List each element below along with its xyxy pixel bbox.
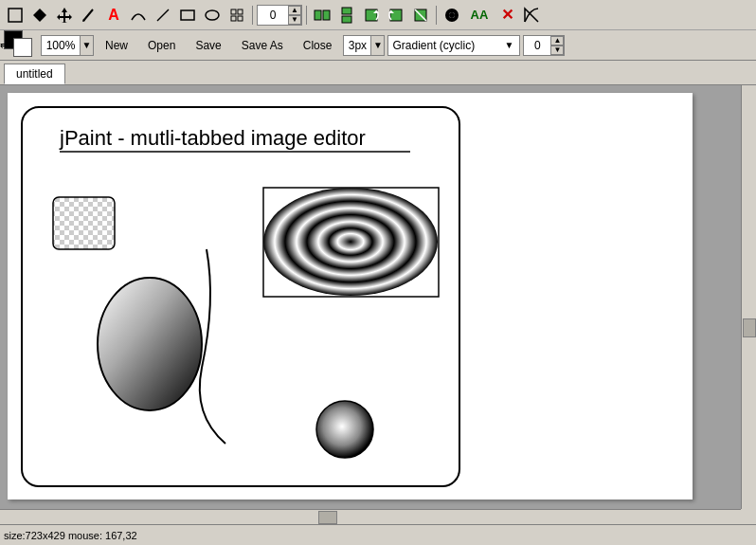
brush-dropdown-arrow: ▼ bbox=[502, 40, 515, 50]
new-button[interactable]: New bbox=[97, 34, 136, 57]
stamp-tool[interactable] bbox=[225, 4, 248, 27]
save-button[interactable]: Save bbox=[187, 34, 229, 57]
sep2 bbox=[306, 6, 307, 25]
color-secondary[interactable] bbox=[13, 38, 32, 57]
canvas-area: jPaint - mutli-tabbed image editor bbox=[0, 85, 756, 524]
toolbar-tools: A 0 ▲ ▼ bbox=[0, 0, 756, 30]
main-canvas[interactable]: jPaint - mutli-tabbed image editor bbox=[8, 93, 693, 500]
canvas-scroll[interactable]: jPaint - mutli-tabbed image editor bbox=[0, 85, 756, 524]
line-tool[interactable] bbox=[152, 4, 174, 27]
svg-rect-14 bbox=[342, 8, 351, 14]
swap-colors[interactable]: ⇄ bbox=[0, 40, 8, 50]
tab-bar: untitled bbox=[0, 61, 756, 85]
svg-point-36 bbox=[98, 278, 202, 410]
rotation-up[interactable]: ▲ bbox=[288, 6, 301, 15]
spinner2-input[interactable]: 0 bbox=[524, 36, 550, 55]
svg-line-5 bbox=[157, 9, 169, 21]
svg-marker-1 bbox=[33, 9, 46, 22]
ellipse-tool[interactable] bbox=[201, 4, 224, 27]
sep3 bbox=[436, 6, 437, 25]
tab-label: untitled bbox=[16, 67, 53, 81]
close-button[interactable]: Close bbox=[295, 34, 341, 57]
rotation-input[interactable]: 0 bbox=[258, 6, 288, 25]
svg-rect-10 bbox=[231, 16, 236, 21]
open-button[interactable]: Open bbox=[139, 34, 184, 57]
svg-text:jPaint - mutli-tabbed image ed: jPaint - mutli-tabbed image editor bbox=[59, 126, 366, 150]
svg-point-38 bbox=[263, 188, 438, 296]
scrollbar-bottom-thumb[interactable] bbox=[318, 511, 337, 524]
flip-h-button[interactable] bbox=[311, 4, 333, 27]
toolbar-actions: ⇄ 100% ▼ New Open Save Save As Close 3px… bbox=[0, 30, 756, 61]
brush-type-select[interactable]: Gradient (cyclic) ▼ bbox=[387, 35, 520, 56]
svg-line-3 bbox=[83, 9, 93, 21]
rotation-spinner[interactable]: 0 ▲ ▼ bbox=[257, 5, 302, 26]
text-size-tool[interactable]: AA bbox=[465, 4, 494, 27]
svg-point-24 bbox=[449, 12, 455, 18]
scrollbar-bottom[interactable] bbox=[0, 509, 741, 524]
pencil-tool[interactable] bbox=[78, 4, 100, 27]
zoom-input[interactable]: 100% bbox=[42, 36, 80, 55]
color-fill-tool[interactable] bbox=[441, 4, 463, 27]
color-pair: ⇄ bbox=[4, 28, 38, 63]
curve-tool[interactable] bbox=[127, 4, 150, 27]
rotation-down[interactable]: ▼ bbox=[288, 15, 301, 25]
rotate-cw-button[interactable] bbox=[360, 4, 383, 27]
zoom-dropdown[interactable]: ▼ bbox=[80, 36, 93, 55]
canvas-wrapper[interactable]: jPaint - mutli-tabbed image editor bbox=[8, 93, 693, 500]
spinner2-up[interactable]: ▲ bbox=[550, 36, 564, 45]
svg-marker-2 bbox=[57, 8, 72, 23]
spinner2-control[interactable]: 0 ▲ ▼ bbox=[523, 35, 565, 56]
rect-tool[interactable] bbox=[176, 4, 199, 27]
status-text: size:723x429 mouse: 167,32 bbox=[4, 530, 137, 541]
svg-rect-8 bbox=[231, 9, 236, 14]
move-tool[interactable] bbox=[53, 4, 76, 27]
sep1 bbox=[252, 6, 253, 25]
diamond-tool[interactable] bbox=[28, 4, 51, 27]
svg-rect-13 bbox=[323, 10, 330, 20]
flip-v-button[interactable] bbox=[335, 4, 358, 27]
stroke-input[interactable]: 3px bbox=[344, 36, 370, 55]
scrollbar-right-thumb[interactable] bbox=[743, 318, 756, 337]
text-tool[interactable]: A bbox=[102, 4, 125, 27]
scrollbar-right[interactable] bbox=[741, 85, 756, 509]
brush-type-label: Gradient (cyclic) bbox=[392, 39, 502, 52]
svg-rect-15 bbox=[342, 16, 351, 23]
clear-button[interactable]: ✕ bbox=[495, 4, 518, 27]
zoom-control[interactable]: 100% ▼ bbox=[41, 35, 94, 56]
svg-rect-11 bbox=[238, 16, 243, 21]
scrollbar-corner bbox=[741, 509, 756, 524]
resize-button[interactable] bbox=[409, 4, 432, 27]
corner-tool[interactable] bbox=[520, 4, 543, 27]
stroke-control[interactable]: 3px ▼ bbox=[343, 35, 385, 56]
spinner2-down[interactable]: ▼ bbox=[550, 45, 564, 55]
rotate-ccw-button[interactable] bbox=[385, 4, 407, 27]
svg-rect-12 bbox=[315, 10, 321, 20]
tab-untitled[interactable]: untitled bbox=[4, 64, 65, 84]
save-as-button[interactable]: Save As bbox=[233, 34, 292, 57]
svg-rect-9 bbox=[238, 9, 243, 14]
svg-rect-35 bbox=[53, 197, 115, 249]
selection-tool[interactable] bbox=[4, 4, 27, 27]
svg-rect-0 bbox=[9, 9, 22, 22]
svg-point-39 bbox=[316, 401, 373, 458]
svg-point-7 bbox=[206, 10, 219, 20]
stroke-dropdown[interactable]: ▼ bbox=[370, 36, 384, 55]
statusbar: size:723x429 mouse: 167,32 bbox=[0, 524, 756, 545]
svg-rect-6 bbox=[181, 10, 194, 20]
